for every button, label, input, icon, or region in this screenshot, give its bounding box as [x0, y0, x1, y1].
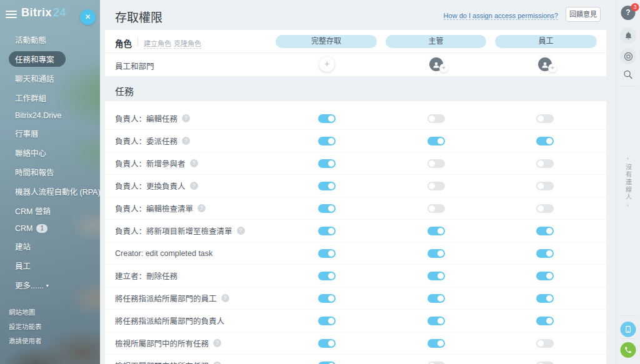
- toggle-full-access[interactable]: [318, 294, 336, 303]
- hamburger-menu-icon[interactable]: [6, 11, 17, 18]
- toggle-manager[interactable]: [428, 114, 445, 123]
- sidebar-item[interactable]: 聯絡中心▾: [0, 143, 100, 162]
- main-content: 存取權限 How do I assign access permissions?…: [100, 0, 616, 364]
- search-icon[interactable]: [623, 69, 634, 82]
- toggle-full-access[interactable]: [318, 249, 336, 258]
- permission-row: 負責人：新增參與者: [105, 152, 606, 175]
- help-icon[interactable]: [190, 159, 198, 167]
- sidebar-item-label: 更多......: [15, 282, 44, 290]
- help-icon[interactable]: ? 3: [621, 6, 636, 20]
- sidebar-item[interactable]: 工作群組▾: [0, 88, 100, 107]
- add-user-avatar-button[interactable]: +: [429, 57, 443, 71]
- add-member-button[interactable]: +: [319, 57, 334, 72]
- mobile-app-icon[interactable]: [621, 322, 636, 337]
- create-role-link[interactable]: 建立角色: [144, 38, 171, 49]
- sidebar-header: Bitrix24 ✕: [0, 0, 100, 27]
- toggle-employee[interactable]: [536, 204, 554, 213]
- toggle-manager[interactable]: [428, 249, 445, 258]
- role-pill-full-access[interactable]: 完整存取: [276, 35, 377, 48]
- toggle-full-access[interactable]: [318, 204, 336, 213]
- sidebar-footer-link[interactable]: 網站地圖: [0, 305, 100, 319]
- toggle-employee[interactable]: [536, 339, 554, 348]
- help-icon[interactable]: [221, 294, 229, 302]
- help-icon[interactable]: [198, 204, 206, 212]
- sidebar-item-label: 機器人流程自動化 (RPA): [15, 188, 100, 197]
- sidebar-item[interactable]: 機器人流程自動化 (RPA)▾: [0, 182, 100, 201]
- add-user-avatar-button[interactable]: +: [538, 57, 552, 71]
- toggle-manager[interactable]: [428, 339, 445, 348]
- toggle-manager[interactable]: [428, 362, 445, 364]
- telephony-phone-icon[interactable]: [621, 342, 636, 358]
- toggle-manager[interactable]: [428, 204, 445, 213]
- toggle-full-access[interactable]: [318, 182, 336, 190]
- toggle-full-access[interactable]: [318, 137, 336, 145]
- feedback-button[interactable]: 回饋意見: [566, 7, 601, 22]
- sidebar-item[interactable]: 活動動態▾: [0, 30, 100, 49]
- toggle-full-access[interactable]: [318, 339, 336, 348]
- sidebar-footer-link[interactable]: 設定功能表: [0, 319, 100, 333]
- toggle-manager[interactable]: [428, 137, 445, 145]
- toggle-full-access[interactable]: [318, 317, 336, 325]
- role-pill-manager[interactable]: 主管: [386, 35, 486, 48]
- notifications-bell-icon[interactable]: [620, 27, 636, 44]
- toggle-employee[interactable]: [536, 317, 554, 325]
- toggle-full-access[interactable]: [318, 227, 336, 235]
- permission-label: 負責人：更換負責人: [115, 180, 186, 192]
- help-icon[interactable]: [190, 182, 198, 190]
- market-icon[interactable]: [620, 48, 636, 64]
- toggle-employee[interactable]: [536, 362, 554, 364]
- sidebar-item[interactable]: CRM1▾: [0, 220, 100, 237]
- role-pill-employee[interactable]: 員工: [495, 35, 597, 48]
- sidebar-item-label: 活動動態: [15, 36, 46, 45]
- toggle-full-access[interactable]: [318, 362, 336, 364]
- sidebar-item-label: 工作群組: [15, 94, 46, 103]
- toggle-manager[interactable]: [428, 159, 445, 168]
- plus-badge-icon: +: [439, 64, 448, 72]
- clone-role-link[interactable]: 克隆角色: [174, 38, 201, 49]
- permission-row: 建立者：刪除任務: [105, 265, 606, 287]
- sidebar-item[interactable]: 時間和報告▾: [0, 162, 100, 182]
- sidebar: Bitrix24 ✕ 活動動態▾ 任務和專案▾ 聊天和通話▾ 工作群組▾ Bit…: [0, 0, 100, 364]
- sidebar-item[interactable]: 聊天和通話▾: [0, 69, 100, 88]
- toggle-full-access[interactable]: [318, 114, 336, 123]
- help-icon[interactable]: [213, 339, 221, 347]
- sidebar-item[interactable]: 員工▾: [0, 256, 100, 275]
- toggle-full-access[interactable]: [318, 272, 336, 280]
- permission-row: 將任務指派給所屬部門的員工: [105, 287, 606, 310]
- help-icon[interactable]: [213, 362, 221, 364]
- sidebar-item[interactable]: CRM 營銷▾: [0, 201, 100, 220]
- help-icon[interactable]: [182, 137, 190, 145]
- sidebar-close-icon[interactable]: ✕: [80, 9, 96, 25]
- toggle-manager[interactable]: [428, 317, 445, 325]
- toggle-employee[interactable]: [536, 249, 554, 258]
- permission-label: Creator: edit completed task: [115, 249, 212, 258]
- sidebar-footer-link[interactable]: 邀請使用者: [0, 333, 100, 348]
- toggle-employee[interactable]: [536, 137, 554, 145]
- sidebar-item[interactable]: 建站▾: [0, 237, 100, 256]
- toggle-manager[interactable]: [428, 294, 445, 303]
- tasks-section-title: 任務: [115, 84, 134, 97]
- toggle-employee[interactable]: [536, 272, 554, 280]
- sidebar-item-label: 員工: [15, 262, 31, 271]
- help-icon[interactable]: [237, 227, 245, 235]
- permission-row: 檢視所屬部門中的所有任務: [105, 332, 606, 355]
- toggle-employee[interactable]: [536, 227, 554, 235]
- toggle-manager[interactable]: [428, 182, 445, 190]
- toggle-manager[interactable]: [428, 272, 445, 280]
- toggle-employee[interactable]: [536, 114, 554, 123]
- toggle-full-access[interactable]: [318, 159, 336, 168]
- permission-row: 負責人：編輯檢查清單: [105, 197, 606, 220]
- help-link[interactable]: How do I assign access permissions?: [444, 12, 558, 20]
- help-icon[interactable]: [182, 114, 190, 122]
- sidebar-item[interactable]: 行事曆▾: [0, 124, 100, 143]
- toggle-employee[interactable]: [536, 182, 554, 190]
- toggle-employee[interactable]: [536, 294, 554, 303]
- sidebar-item[interactable]: 任務和專案▾: [0, 49, 100, 69]
- toggle-employee[interactable]: [536, 159, 554, 168]
- toggle-manager[interactable]: [428, 227, 445, 235]
- permissions-panel: 負責人：編輯任務 負責人：委派任務 負責人：新增參與者 負責人：更換負責人 負責…: [105, 101, 606, 364]
- sidebar-item[interactable]: 更多......▾: [0, 275, 100, 295]
- app-window: Bitrix24 ✕ 活動動態▾ 任務和專案▾ 聊天和通話▾ 工作群組▾ Bit…: [0, 0, 640, 364]
- roles-card: 角色 建立角色 克隆角色 完整存取 主管 員工 員工和部門 + + +: [105, 30, 606, 76]
- sidebar-item[interactable]: Bitrix24.Drive▾: [0, 107, 100, 124]
